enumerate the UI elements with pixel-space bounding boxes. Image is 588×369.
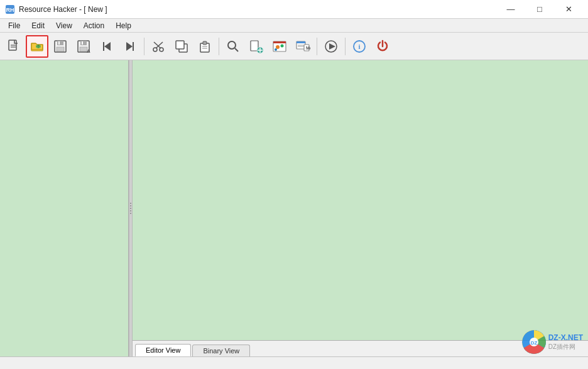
back-arrow-icon: [99, 39, 114, 54]
svg-text:DZ: DZ: [530, 340, 537, 346]
svg-point-30: [228, 41, 236, 49]
close-button[interactable]: ✕: [554, 0, 583, 19]
svg-marker-16: [104, 42, 111, 51]
svg-rect-9: [57, 47, 64, 51]
watermark: DZ DZ-X.NET DZ插件网: [522, 330, 583, 354]
open-file-button[interactable]: [26, 35, 48, 58]
maximize-button[interactable]: □: [525, 0, 554, 19]
scissors-icon: [151, 39, 166, 54]
watermark-logo: DZ: [522, 330, 546, 354]
title-bar: RH Resource Hacker - [ New ] — □ ✕: [0, 0, 588, 19]
paste-icon: [197, 39, 212, 54]
image-editor-button[interactable]: [268, 35, 291, 58]
menu-help[interactable]: Help: [110, 19, 137, 32]
menu-edit[interactable]: Edit: [26, 19, 50, 32]
splitter-handle: [130, 203, 131, 214]
watermark-text: DZ-X.NET DZ插件网: [548, 333, 583, 351]
save-as-icon: A: [76, 39, 91, 54]
new-file-button[interactable]: [3, 35, 25, 58]
svg-text:Me+: Me+: [306, 46, 310, 50]
new-file-icon: [6, 39, 21, 54]
svg-rect-37: [273, 41, 286, 43]
minimize-button[interactable]: —: [496, 0, 525, 19]
svg-rect-10: [58, 41, 60, 45]
cut-button[interactable]: [147, 35, 170, 58]
tab-editor-view[interactable]: Editor View: [135, 344, 191, 356]
svg-rect-27: [203, 41, 207, 45]
menu-view[interactable]: View: [50, 19, 78, 32]
svg-marker-18: [126, 42, 133, 51]
copy-icon: [174, 39, 189, 54]
copy-button[interactable]: [170, 35, 193, 58]
svg-text:i: i: [358, 43, 360, 50]
add-resource-icon: [249, 39, 264, 54]
bottom-tabs: Editor View Binary View: [133, 340, 588, 356]
left-panel: [0, 60, 129, 356]
title-controls: — □ ✕: [496, 0, 583, 19]
search-button[interactable]: [222, 35, 244, 58]
forward-button[interactable]: [119, 35, 141, 58]
save-button[interactable]: [49, 35, 72, 58]
app-icon: RH: [5, 4, 15, 14]
info-button[interactable]: i: [348, 35, 371, 58]
separator-1: [144, 38, 144, 55]
status-bar: [0, 356, 588, 369]
svg-point-39: [281, 44, 284, 47]
svg-rect-14: [82, 41, 83, 45]
tab-binary-view[interactable]: Binary View: [192, 345, 250, 356]
title-left: RH Resource Hacker - [ New ]: [5, 4, 107, 14]
toolbar: A: [0, 33, 588, 60]
save-as-button[interactable]: A: [72, 35, 95, 58]
menu-bar: File Edit View Action Help: [0, 19, 588, 33]
main-area: Editor View Binary View: [0, 60, 588, 356]
forward-arrow-icon: [122, 39, 138, 54]
window-title: Resource Hacker - [ New ]: [19, 5, 107, 14]
open-file-icon: [30, 39, 45, 54]
separator-2: [219, 38, 219, 55]
play-button[interactable]: [320, 35, 342, 58]
power-icon: [375, 39, 390, 54]
dialog-editor-icon: Me+: [295, 39, 310, 54]
svg-rect-8: [57, 41, 63, 45]
svg-text:RH: RH: [6, 7, 14, 13]
separator-4: [345, 38, 346, 55]
svg-rect-42: [297, 41, 305, 43]
svg-rect-12: [80, 41, 87, 45]
search-icon: [226, 39, 241, 54]
info-icon: i: [352, 39, 367, 54]
add-resource-button[interactable]: [245, 35, 268, 58]
svg-marker-48: [329, 43, 335, 50]
separator-3: [317, 38, 317, 55]
paste-button[interactable]: [193, 35, 216, 58]
svg-text:A: A: [87, 48, 90, 54]
exit-button[interactable]: [371, 35, 394, 58]
back-button[interactable]: [95, 35, 118, 58]
svg-rect-25: [176, 41, 184, 49]
image-editor-icon: [272, 39, 287, 54]
save-icon: [53, 39, 68, 54]
menu-action[interactable]: Action: [78, 19, 110, 32]
svg-line-31: [235, 48, 238, 51]
right-panel: Editor View Binary View: [133, 60, 588, 356]
svg-point-38: [276, 45, 280, 49]
dialog-editor-button[interactable]: Me+: [291, 35, 314, 58]
play-icon: [324, 39, 339, 54]
menu-file[interactable]: File: [3, 19, 26, 32]
svg-point-40: [275, 48, 277, 51]
